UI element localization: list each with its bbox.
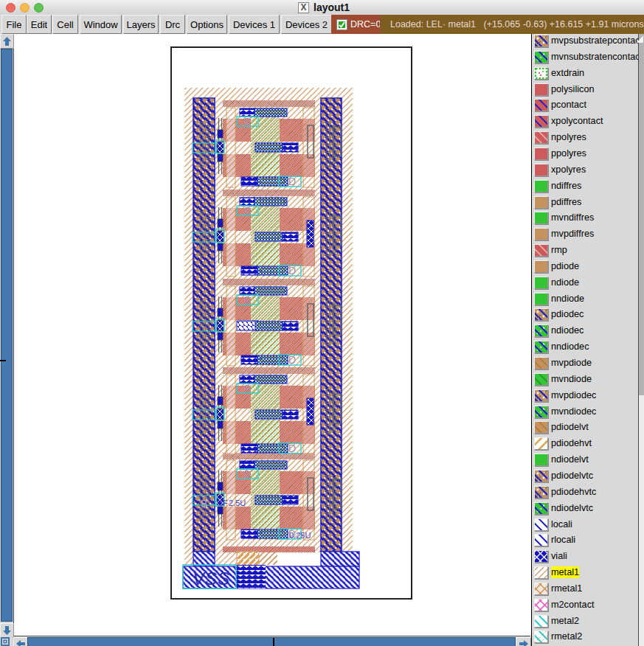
svg-text:B: B [201, 498, 207, 510]
svg-text:S: S [243, 468, 250, 480]
svg-text:0.25U: 0.25U [289, 531, 311, 540]
svg-text:VSS: VSS [193, 569, 230, 588]
svg-text:D: D [288, 354, 296, 366]
svg-text:D: D [288, 442, 296, 454]
svg-text:2.5U: 2.5U [229, 499, 246, 507]
svg-text:3F: 3F [218, 499, 228, 507]
svg-text:D: D [288, 176, 296, 187]
svg-text:S: S [243, 383, 250, 395]
svg-text:S: S [243, 294, 250, 306]
svg-text:S: S [243, 116, 250, 128]
svg-text:S: S [243, 205, 250, 217]
svg-text:D: D [288, 265, 296, 277]
